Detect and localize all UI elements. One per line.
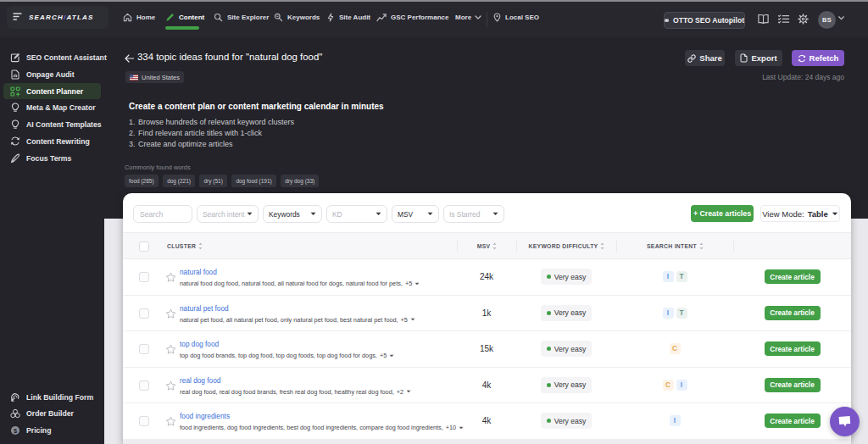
star-icon[interactable] [165,415,176,430]
create-article-button[interactable]: Create article [765,269,821,284]
chat-bubble-button[interactable] [830,407,860,436]
share-button[interactable]: Share [685,50,725,66]
nav-keywords[interactable]: Keywords [274,8,320,27]
sidebar-item-label: Pricing [26,426,51,435]
row-checkbox[interactable] [139,380,149,391]
cluster-link[interactable]: food ingredients [180,412,230,420]
msv-value: 4k [482,416,492,425]
keywords-more[interactable]: +5 [405,280,412,287]
sidebar-item-label: Meta & Map Creator [26,103,96,112]
nav-home[interactable]: Home [123,8,155,27]
menu-hamburger-icon[interactable] [13,9,22,25]
column-header-difficulty[interactable]: KEYWORD DIFFICULTY [529,242,605,250]
word-chip[interactable]: dry (51) [199,175,226,187]
sidebar-item-order-builder[interactable]: Order Builder [3,406,101,422]
table-row: natural pet food natural pet food, all n… [123,296,851,332]
is-starred-filter[interactable]: Is Starred [443,205,504,223]
view-mode-selector[interactable]: View Mode: Table [760,205,840,222]
export-button[interactable]: Export [735,50,782,66]
row-checkbox[interactable] [139,308,149,319]
view-mode-value: Table [808,209,828,219]
brand-logo[interactable]: SEARCH/ATLAS [29,14,94,21]
nav-gsc-performance[interactable]: GSC Performance [376,8,448,27]
nav-separator [487,12,487,27]
site-audit-icon [326,13,335,22]
keywords-more[interactable]: +5 [401,316,408,324]
star-icon[interactable] [165,380,176,395]
nav-local-seo[interactable]: Local SEO [493,8,539,27]
create-article-button[interactable]: Create article [765,306,821,320]
sidebar-item-seo-content-assistant[interactable]: SEO Content Assistant [3,50,101,66]
nav-more[interactable]: More [455,8,481,27]
sidebar-item-label: AI Content Templates [26,120,102,129]
msv-filter[interactable]: MSV [392,205,439,223]
local-seo-pin-icon [493,13,501,22]
cluster-link[interactable]: real dog food [180,376,220,385]
word-chip[interactable]: dry dog (33) [281,175,319,187]
star-icon[interactable] [165,308,176,323]
otto-seo-autopilot-button[interactable]: OTTO SEO Autopilot [664,12,745,29]
sort-icon [600,242,604,250]
search-intent-filter[interactable]: Search intent [197,205,259,223]
nav-site-audit-label: Site Audit [339,14,370,21]
row-checkbox[interactable] [139,344,149,354]
row-checkbox[interactable] [139,272,149,282]
create-article-button[interactable]: Create article [765,378,821,392]
cluster-link[interactable]: top dog food [180,340,219,348]
table-header: CLUSTER MSV KEYWORD DIFFICULTY SEARCH IN… [123,232,851,259]
keywords-more[interactable]: +2 [397,388,403,396]
intent-badge: I [670,415,681,426]
caret-down-icon [410,318,415,321]
back-arrow-icon[interactable] [125,51,134,66]
sidebar-item-ai-content-templates[interactable]: AI Content Templates [3,117,101,133]
sidebar-item-meta-map-creator[interactable]: Meta & Map Creator [3,100,101,116]
msv-value: 24k [480,272,493,281]
sidebar-item-label: SEO Content Assistant [26,53,107,62]
cluster-link[interactable]: natural pet food [180,304,229,313]
sidebar-item-pricing[interactable]: $ Pricing [3,423,101,439]
docs-book-icon[interactable] [757,14,770,25]
intent-badge: C [670,343,681,354]
column-header-msv[interactable]: MSV [477,242,498,250]
select-all-checkbox[interactable] [139,241,149,252]
coins-icon [10,408,20,419]
column-header-search-intent[interactable]: SEARCH INTENT [647,242,704,250]
row-checkbox[interactable] [139,416,149,426]
nav-site-audit[interactable]: Site Audit [326,8,370,27]
nav-content[interactable]: Content [165,8,204,27]
nav-content-label: Content [179,14,204,21]
sidebar-item-content-rewriting[interactable]: Content Rewriting [3,133,101,149]
keywords-more[interactable]: +5 [380,352,387,359]
star-icon[interactable] [165,343,176,358]
user-avatar[interactable]: BS [818,11,836,29]
nav-site-explorer[interactable]: Site Explorer [214,8,269,27]
word-chip[interactable]: dog food (191) [231,175,275,187]
sidebar-item-onpage-audit[interactable]: Onpage Audit [3,66,101,82]
sidebar-item-link-building-form[interactable]: Link Building Form [3,389,101,405]
cluster-link[interactable]: natural food [180,268,217,276]
kd-filter[interactable]: KD [326,205,387,223]
document-chart-icon [10,69,20,80]
column-header-cluster[interactable]: CLUSTER [167,242,203,250]
sidebar-item-content-planner[interactable]: Content Planner [3,83,101,99]
content-pencil-icon [165,13,175,22]
refetch-button[interactable]: Refetch [792,50,844,66]
word-chip[interactable]: dog (221) [163,175,195,187]
caret-down-icon [406,390,411,393]
keywords-more[interactable]: +10 [446,424,456,431]
star-icon[interactable] [165,271,176,286]
difficulty-label: Very easy [554,273,587,281]
sidebar-item-label: Content Rewriting [26,137,90,146]
search-input[interactable] [133,205,192,223]
settings-gear-icon[interactable] [798,14,809,25]
keywords-filter[interactable]: Keywords [263,205,322,223]
table-row: natural food natural food dog food, natu… [123,259,851,296]
word-chip[interactable]: food (285) [125,175,159,187]
create-article-button[interactable]: Create article [765,341,821,356]
create-article-button[interactable]: Create article [765,413,821,428]
avatar-caret-icon[interactable] [838,16,844,20]
intent-badge: I [663,271,674,282]
checklist-icon[interactable] [777,14,790,25]
sidebar-item-focus-terms[interactable]: Focus Terms [3,150,101,166]
create-articles-button[interactable]: + Create articles [691,205,754,222]
